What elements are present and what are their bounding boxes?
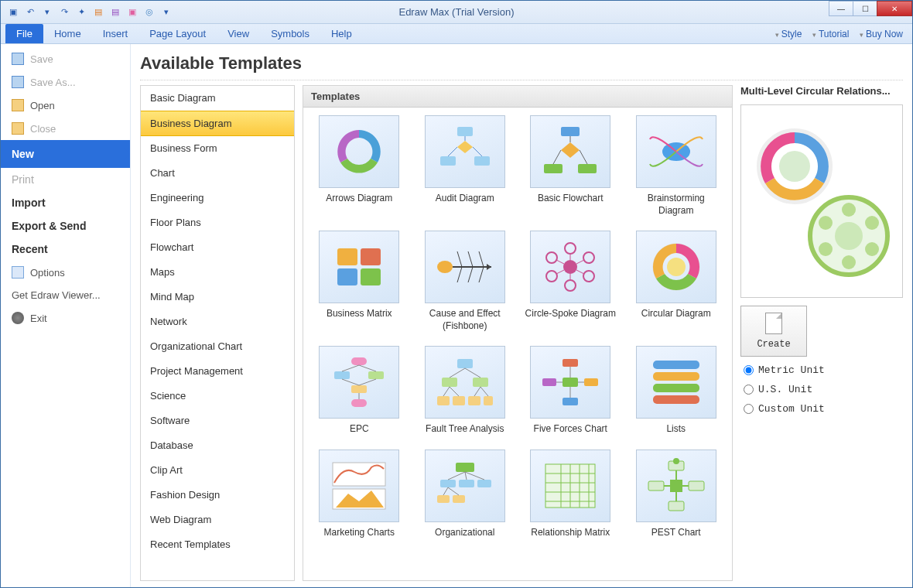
tab-page-layout[interactable]: Page Layout: [138, 24, 217, 43]
tab-view[interactable]: View: [217, 24, 260, 43]
category-item[interactable]: Flowchart: [141, 235, 294, 260]
tab-help[interactable]: Help: [320, 24, 363, 43]
template-item[interactable]: Circular Diagram: [628, 231, 725, 332]
template-item[interactable]: Marketing Charts: [311, 450, 408, 539]
template-item[interactable]: Circle-Spoke Diagram: [522, 231, 619, 332]
svg-rect-0: [457, 127, 473, 136]
file-import[interactable]: Import: [1, 191, 130, 214]
quick-access-toolbar: ▣ ↶ ▾ ↷ ✦ ▤ ▤ ▣ ◎ ▾: [1, 6, 173, 19]
template-item[interactable]: Organizational: [417, 450, 514, 539]
unit-custom[interactable]: Custom Unit: [744, 403, 903, 415]
category-item[interactable]: Science: [141, 384, 294, 409]
svg-rect-59: [484, 396, 493, 405]
qat-icon-2[interactable]: ▤: [92, 6, 104, 19]
tab-insert[interactable]: Insert: [92, 24, 139, 43]
template-item[interactable]: Brainstorming Diagram: [628, 115, 725, 217]
tab-symbols[interactable]: Symbols: [260, 24, 320, 43]
open-icon: [12, 99, 24, 111]
link-buy-now[interactable]: Buy Now: [860, 29, 903, 39]
svg-line-91: [443, 487, 448, 495]
file-close[interactable]: Close: [1, 117, 130, 140]
tab-home[interactable]: Home: [43, 24, 92, 43]
file-print[interactable]: Print: [1, 168, 130, 191]
category-item[interactable]: Fashion Design: [141, 483, 294, 508]
unit-custom-radio[interactable]: [744, 404, 754, 414]
unit-options: Metric Unit U.S. Unit Custom Unit: [740, 364, 903, 415]
qat-icon-5[interactable]: ◎: [143, 6, 156, 19]
template-thumb: [425, 115, 505, 188]
unit-metric-radio[interactable]: [744, 365, 754, 375]
category-item[interactable]: Floor Plans: [141, 210, 294, 235]
category-item[interactable]: Mind Map: [141, 285, 294, 309]
template-item[interactable]: Business Matrix: [311, 231, 408, 332]
create-button[interactable]: Create: [740, 306, 807, 357]
file-new[interactable]: New: [1, 140, 130, 168]
file-options[interactable]: Options: [1, 261, 130, 284]
template-item[interactable]: Arrows Diagram: [311, 115, 408, 217]
template-label: Audit Diagram: [436, 193, 494, 205]
category-item[interactable]: Engineering: [141, 186, 294, 210]
file-get-viewer[interactable]: Get Edraw Viewer...: [1, 284, 130, 306]
svg-rect-76: [653, 372, 699, 381]
template-item[interactable]: Fault Tree Analysis: [417, 346, 514, 436]
template-item[interactable]: Audit Diagram: [417, 115, 514, 217]
unit-us-radio[interactable]: [744, 385, 754, 395]
file-save-as[interactable]: Save As...: [1, 70, 130, 94]
file-save[interactable]: Save: [1, 47, 130, 70]
qat-customize-icon[interactable]: ▾: [160, 6, 173, 19]
templates-scroll[interactable]: Arrows Diagram Audit Diagram: [303, 108, 732, 580]
qat-dropdown-icon[interactable]: ▾: [41, 6, 53, 19]
undo-icon[interactable]: ↶: [24, 6, 36, 19]
category-item[interactable]: Database: [141, 433, 294, 458]
unit-us[interactable]: U.S. Unit: [744, 384, 903, 395]
file-open[interactable]: Open: [1, 94, 130, 117]
page-title: Available Templates: [140, 50, 903, 80]
template-item[interactable]: Relationship Matrix: [522, 450, 619, 539]
link-style[interactable]: Style: [775, 29, 802, 39]
category-item[interactable]: Chart: [141, 161, 294, 186]
maximize-button[interactable]: ☐: [853, 1, 877, 16]
category-list[interactable]: Basic Diagram Business Diagram Business …: [140, 85, 295, 581]
svg-rect-9: [544, 164, 563, 173]
qat-icon-3[interactable]: ▤: [109, 6, 121, 19]
file-recent[interactable]: Recent: [1, 238, 130, 261]
file-export[interactable]: Export & Send: [1, 214, 130, 238]
template-item[interactable]: Basic Flowchart: [522, 115, 619, 217]
category-item[interactable]: Network: [141, 309, 294, 334]
template-item[interactable]: PEST Chart: [628, 450, 725, 539]
minimize-button[interactable]: —: [829, 1, 853, 16]
link-tutorial[interactable]: Tutorial: [812, 29, 849, 39]
svg-rect-85: [477, 480, 491, 487]
template-label: Marketing Charts: [324, 527, 395, 539]
category-item[interactable]: Clip Art: [141, 458, 294, 483]
qat-icon-4[interactable]: ▣: [126, 6, 138, 19]
redo-icon[interactable]: ↷: [58, 6, 70, 19]
category-item[interactable]: Basic Diagram: [141, 86, 294, 111]
close-icon: [12, 122, 24, 135]
tab-file[interactable]: File: [5, 24, 43, 43]
qat-icon-1[interactable]: ✦: [75, 6, 87, 19]
category-item[interactable]: Recent Templates: [141, 532, 294, 557]
create-label: Create: [757, 339, 790, 350]
category-item[interactable]: Organizational Chart: [141, 334, 294, 359]
category-item[interactable]: Maps: [141, 260, 294, 285]
template-item[interactable]: Lists: [628, 346, 725, 436]
preview-title: Multi-Level Circular Relations...: [740, 85, 903, 97]
category-item[interactable]: Web Diagram: [141, 508, 294, 532]
unit-metric[interactable]: Metric Unit: [744, 364, 903, 376]
app-window: ▣ ↶ ▾ ↷ ✦ ▤ ▤ ▣ ◎ ▾ Edraw Max (Trial Ver…: [0, 0, 913, 588]
template-item[interactable]: EPC: [311, 346, 408, 436]
close-button[interactable]: ✕: [877, 1, 912, 16]
file-exit[interactable]: Exit: [1, 306, 130, 330]
svg-rect-66: [563, 378, 578, 387]
category-item[interactable]: Business Form: [141, 136, 294, 161]
category-item[interactable]: Software: [141, 409, 294, 433]
template-thumb: [530, 231, 610, 303]
template-item[interactable]: Five Forces Chart: [522, 346, 619, 436]
svg-point-107: [673, 458, 679, 464]
svg-point-33: [546, 271, 557, 282]
category-item[interactable]: Project Management: [141, 359, 294, 384]
category-item-selected[interactable]: Business Diagram: [141, 111, 294, 136]
template-item[interactable]: Cause and Effect (Fishbone): [417, 231, 514, 332]
template-label: Arrows Diagram: [326, 193, 392, 205]
